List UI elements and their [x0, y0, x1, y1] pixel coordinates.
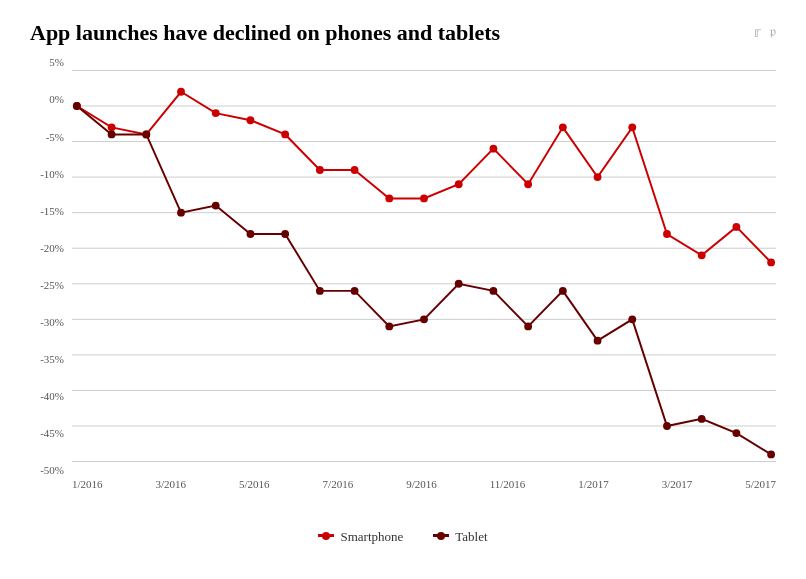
y-axis-label: -35%: [30, 353, 68, 365]
tablet-line: [77, 106, 771, 454]
x-axis-label: 1/2016: [72, 478, 103, 490]
legend: Smartphone Tablet: [30, 524, 776, 545]
smartphone-point: [351, 166, 359, 174]
social-icons: 𝕣 𝔭: [754, 20, 776, 41]
page-title: App launches have declined on phones and…: [30, 20, 500, 46]
x-axis-label: 11/2016: [490, 478, 526, 490]
tablet-point: [108, 131, 116, 139]
header: App launches have declined on phones and…: [30, 20, 776, 46]
smartphone-point: [316, 166, 324, 174]
x-axis-label: 9/2016: [406, 478, 437, 490]
tablet-legend-label: Tablet: [455, 529, 487, 545]
tablet-point: [455, 280, 463, 288]
tablet-point: [351, 287, 359, 295]
smartphone-point: [212, 110, 220, 118]
svg-point-15: [437, 532, 445, 540]
smartphone-point: [455, 181, 463, 189]
y-axis-label: 5%: [30, 56, 68, 68]
legend-tablet: Tablet: [433, 529, 487, 545]
smartphone-point: [767, 259, 775, 267]
page-container: App launches have declined on phones and…: [0, 0, 806, 579]
y-axis-label: -25%: [30, 279, 68, 291]
tablet-point: [524, 323, 532, 331]
x-axis-label: 5/2016: [239, 478, 270, 490]
tablet-point: [698, 415, 706, 423]
tablet-point: [281, 230, 289, 238]
y-axis: 5%0%-5%-10%-15%-20%-25%-30%-35%-40%-45%-…: [30, 56, 68, 476]
tablet-point: [247, 230, 255, 238]
tablet-point: [490, 287, 498, 295]
smartphone-point: [247, 117, 255, 125]
smartphone-point: [732, 223, 740, 231]
smartphone-legend-label: Smartphone: [340, 529, 403, 545]
tablet-point: [663, 422, 671, 430]
smartphone-point: [281, 131, 289, 139]
chart-plot: [72, 56, 776, 476]
tablet-point: [385, 323, 393, 331]
smartphone-legend-icon: [318, 529, 334, 545]
tablet-point: [142, 131, 150, 139]
tablet-point: [177, 209, 185, 217]
chart-svg: [72, 56, 776, 476]
smartphone-point: [420, 195, 428, 203]
smartphone-point: [594, 174, 602, 182]
facebook-icon[interactable]: 𝔭: [769, 24, 776, 41]
tablet-point: [316, 287, 324, 295]
smartphone-point: [524, 181, 532, 189]
smartphone-point: [698, 252, 706, 260]
tablet-point: [767, 451, 775, 459]
y-axis-label: -5%: [30, 131, 68, 143]
y-axis-label: -50%: [30, 464, 68, 476]
tablet-point: [73, 102, 81, 110]
tablet-legend-icon: [433, 529, 449, 545]
y-axis-label: -40%: [30, 390, 68, 402]
tablet-point: [212, 202, 220, 210]
smartphone-point: [108, 124, 116, 132]
tablet-point: [594, 337, 602, 345]
smartphone-point: [177, 88, 185, 96]
x-axis-label: 3/2016: [156, 478, 187, 490]
chart-area: 5%0%-5%-10%-15%-20%-25%-30%-35%-40%-45%-…: [30, 56, 776, 516]
x-axis: 1/20163/20165/20167/20169/201611/20161/2…: [72, 478, 776, 490]
smartphone-point: [559, 124, 567, 132]
x-axis-label: 3/2017: [662, 478, 693, 490]
svg-point-13: [322, 532, 330, 540]
y-axis-label: 0%: [30, 93, 68, 105]
smartphone-point: [663, 230, 671, 238]
tablet-point: [420, 316, 428, 324]
x-axis-label: 1/2017: [578, 478, 609, 490]
y-axis-label: -20%: [30, 242, 68, 254]
smartphone-point: [385, 195, 393, 203]
x-axis-label: 7/2016: [323, 478, 354, 490]
legend-smartphone: Smartphone: [318, 529, 403, 545]
smartphone-point: [490, 145, 498, 153]
x-axis-label: 5/2017: [745, 478, 776, 490]
y-axis-label: -10%: [30, 168, 68, 180]
tablet-point: [628, 316, 636, 324]
twitter-icon[interactable]: 𝕣: [754, 24, 761, 41]
tablet-point: [559, 287, 567, 295]
smartphone-point: [628, 124, 636, 132]
y-axis-label: -45%: [30, 427, 68, 439]
y-axis-label: -15%: [30, 205, 68, 217]
y-axis-label: -30%: [30, 316, 68, 328]
tablet-point: [732, 430, 740, 438]
